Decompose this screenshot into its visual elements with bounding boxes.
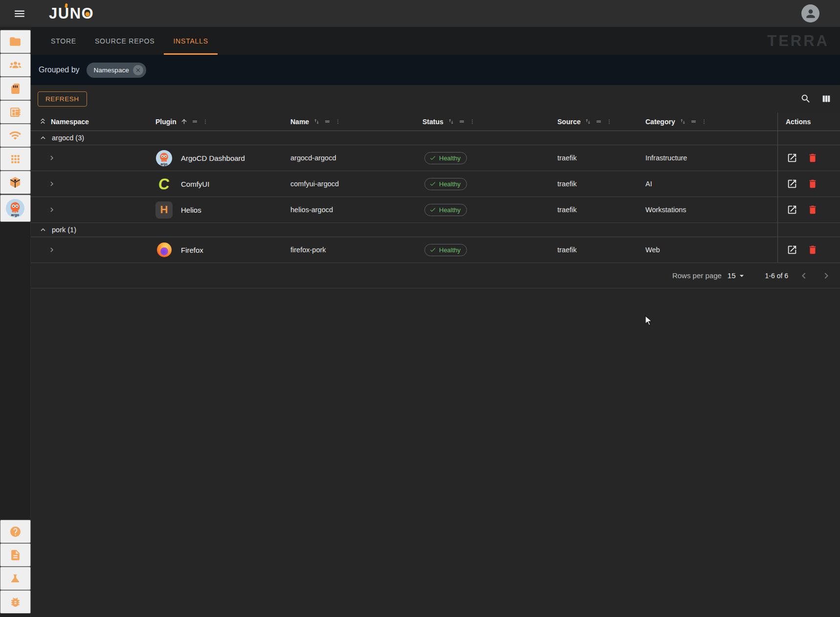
sort-both-icon[interactable] xyxy=(313,118,320,125)
plugin-name: Helios xyxy=(181,206,201,214)
dots-icon[interactable] xyxy=(606,118,613,125)
next-page-icon[interactable] xyxy=(819,269,833,283)
sort-both-icon[interactable] xyxy=(447,118,455,125)
sidebar-item-package-cube[interactable] xyxy=(0,171,31,194)
column-header-plugin[interactable]: Plugin xyxy=(155,112,290,131)
source-value: traefik xyxy=(557,154,577,162)
expand-row-icon[interactable] xyxy=(31,145,155,171)
sort-both-icon[interactable] xyxy=(679,118,686,125)
status-badge: Healthy xyxy=(424,204,467,216)
filter-icon[interactable] xyxy=(324,118,331,125)
column-header-namespace[interactable]: Namespace xyxy=(31,112,155,131)
sidebar-item-folder[interactable] xyxy=(0,30,31,53)
rows-per-page-select[interactable]: 15 xyxy=(728,271,747,281)
delete-icon[interactable] xyxy=(806,243,819,256)
header-icons xyxy=(679,118,707,125)
dots-icon[interactable] xyxy=(701,118,707,125)
package-cube-icon xyxy=(9,176,22,189)
table-row[interactable]: argoArgoCD Dashboardargocd-argocdHealthy… xyxy=(31,145,840,171)
filter-icon[interactable] xyxy=(458,118,465,125)
sidebar-item-module-board[interactable] xyxy=(0,100,31,124)
view-columns-icon[interactable] xyxy=(820,93,832,105)
search-icon[interactable] xyxy=(800,93,812,105)
sidebar-item-wifi[interactable] xyxy=(0,124,31,147)
folder-icon xyxy=(9,35,22,48)
open-app-icon[interactable] xyxy=(786,177,798,190)
rows-per-page-label: Rows per page xyxy=(672,271,722,280)
header-icons xyxy=(180,118,209,125)
tab-source-repos[interactable]: SOURCE REPOS xyxy=(86,27,164,55)
argo-avatar-icon: argo xyxy=(5,198,25,218)
column-label: Plugin xyxy=(155,118,177,126)
chip-close-icon[interactable] xyxy=(133,65,143,75)
menu-icon[interactable] xyxy=(10,4,29,23)
category-cell: Web xyxy=(645,237,777,263)
delete-icon[interactable] xyxy=(806,152,819,164)
sidebar-item-document[interactable] xyxy=(0,543,31,567)
status-text: Healthy xyxy=(439,180,461,188)
collapse-group-icon[interactable] xyxy=(39,133,47,142)
status-badge: Healthy xyxy=(424,244,467,256)
table-row[interactable]: HHelioshelios-argocdHealthytraefikWorkst… xyxy=(31,197,840,223)
table-row[interactable]: Firefoxfirefox-porkHealthytraefikWeb xyxy=(31,237,840,263)
group-row: argocd (3) xyxy=(31,131,840,145)
category-cell: Workstations xyxy=(645,197,777,222)
collapse-all-icon[interactable] xyxy=(39,117,47,126)
delete-icon[interactable] xyxy=(806,177,819,190)
column-label: Status xyxy=(422,118,443,126)
dots-icon[interactable] xyxy=(202,118,209,125)
open-app-icon[interactable] xyxy=(786,152,798,164)
svg-text:argo: argo xyxy=(11,213,20,217)
column-header-source[interactable]: Source xyxy=(557,112,645,131)
expand-row-icon[interactable] xyxy=(31,197,155,222)
refresh-button[interactable]: REFRESH xyxy=(38,91,87,107)
name-cell: helios-argocd xyxy=(290,197,422,222)
category-cell: Infrastructure xyxy=(645,145,777,171)
actions-cell xyxy=(777,171,840,197)
previous-page-icon[interactable] xyxy=(797,269,811,283)
sidebar-item-flask[interactable] xyxy=(0,567,31,590)
expand-row-icon[interactable] xyxy=(31,237,155,263)
sidebar-item-bug[interactable] xyxy=(0,590,31,614)
group-header[interactable]: pork (1) xyxy=(31,223,777,237)
column-header-category[interactable]: Category xyxy=(645,112,777,131)
sidebar-item-help[interactable] xyxy=(0,520,31,543)
source-cell: traefik xyxy=(557,197,645,222)
sidebar-item-users[interactable] xyxy=(0,53,31,77)
sort-asc-icon[interactable] xyxy=(180,118,188,125)
dots-icon[interactable] xyxy=(334,118,341,125)
user-avatar[interactable] xyxy=(801,4,819,22)
tab-installs[interactable]: INSTALLS xyxy=(164,27,218,55)
pagination-range: 1-6 of 6 xyxy=(765,272,788,280)
sort-both-icon[interactable] xyxy=(584,118,592,125)
column-header-status[interactable]: Status xyxy=(422,112,557,131)
status-text: Healthy xyxy=(439,154,461,162)
tab-store[interactable]: STORE xyxy=(42,27,86,55)
sidebar-item-apps-grid[interactable] xyxy=(0,147,31,171)
column-header-actions[interactable]: Actions xyxy=(777,112,840,131)
sim-card-icon xyxy=(9,83,22,95)
check-icon xyxy=(429,246,436,253)
caret-down-icon xyxy=(737,271,747,281)
table-row[interactable]: CComfyUIcomfyui-argocdHealthytraefikAI xyxy=(31,171,840,197)
sidebar-item-argo-avatar[interactable]: argo xyxy=(0,195,31,222)
filter-icon[interactable] xyxy=(191,118,199,125)
dots-icon[interactable] xyxy=(469,118,476,125)
filter-icon[interactable] xyxy=(595,118,602,125)
expand-row-icon[interactable] xyxy=(31,171,155,197)
open-app-icon[interactable] xyxy=(786,243,798,256)
sidebar-item-sim-card[interactable] xyxy=(0,77,31,100)
install-name: firefox-pork xyxy=(290,246,326,254)
collapse-group-icon[interactable] xyxy=(39,225,47,234)
category-value: Infrastructure xyxy=(645,154,687,162)
main-content: STORESOURCE REPOSINSTALLSTERRA Grouped b… xyxy=(31,27,840,617)
plugin-name: Firefox xyxy=(181,246,203,254)
install-name: helios-argocd xyxy=(290,206,333,214)
open-app-icon[interactable] xyxy=(786,203,798,216)
namespace-group-chip[interactable]: Namespace xyxy=(87,63,146,78)
group-header[interactable]: argocd (3) xyxy=(31,131,777,145)
source-cell: traefik xyxy=(557,145,645,171)
delete-icon[interactable] xyxy=(806,203,819,216)
filter-icon[interactable] xyxy=(690,118,697,125)
column-header-name[interactable]: Name xyxy=(290,112,422,131)
